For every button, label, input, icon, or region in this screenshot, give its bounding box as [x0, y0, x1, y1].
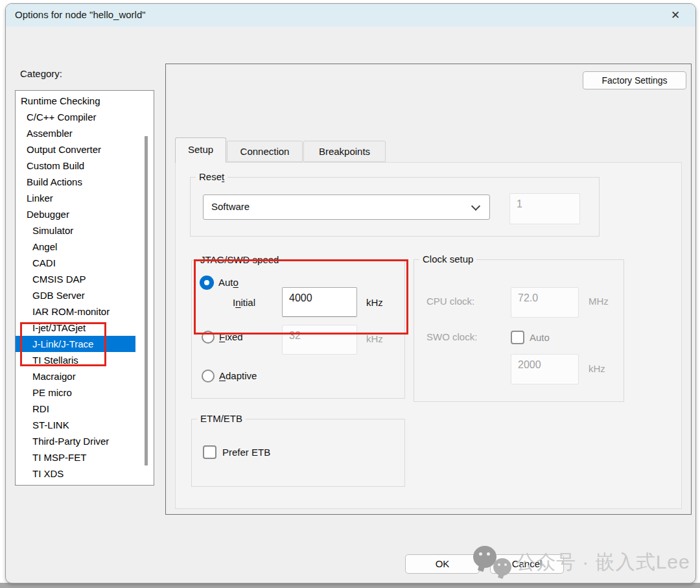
fixed-unit-label: kHz — [366, 333, 383, 344]
prefer-etb-label[interactable]: Prefer ETB — [222, 447, 270, 458]
cpu-clock-unit-label: MHz — [589, 296, 609, 307]
list-item[interactable]: ST-LINK — [16, 417, 154, 433]
swo-auto-label[interactable]: Auto — [530, 332, 550, 343]
swo-clock-field: 2000 — [511, 354, 579, 384]
cpu-clock-label: CPU clock: — [426, 296, 474, 307]
list-item[interactable]: CMSIS DAP — [16, 271, 154, 287]
list-item[interactable]: Output Converter — [16, 141, 154, 158]
factory-settings-button[interactable]: Factory Settings — [583, 71, 686, 89]
adaptive-radio-label[interactable]: Adaptive — [219, 370, 257, 381]
swo-clock-label: SWO clock: — [426, 331, 477, 342]
reset-mode-value: Software — [211, 201, 250, 212]
cpu-clock-field: 72.0 — [511, 287, 579, 318]
reset-group-title: Reset — [196, 171, 228, 182]
dialog-title: Options for node "hello_world" — [15, 9, 146, 20]
list-item[interactable]: C/C++ Compiler — [16, 109, 154, 125]
list-item[interactable]: IAR ROM-monitor — [16, 303, 154, 320]
ok-button[interactable]: OK — [405, 554, 480, 574]
cancel-button[interactable]: Cancel — [490, 554, 564, 574]
category-list[interactable]: Runtime CheckingC/C++ CompilerAssemblerO… — [15, 90, 154, 486]
auto-radio-label[interactable]: Auto — [218, 277, 239, 288]
title-bar[interactable]: Options for node "hello_world" ✕ — [6, 4, 695, 27]
initial-unit-label: kHz — [366, 297, 383, 308]
list-item[interactable]: I-jet/JTAGjet — [16, 320, 154, 336]
list-item[interactable]: RDI — [16, 401, 154, 417]
list-item[interactable]: Build Actions — [16, 174, 154, 190]
list-item[interactable]: Linker — [16, 190, 154, 206]
list-item[interactable]: Simulator — [16, 222, 154, 239]
jtag-swd-speed-title: JTAG/SWD speed — [197, 254, 282, 265]
list-item[interactable]: TI Stellaris — [16, 352, 154, 368]
list-item[interactable]: TI MSP-FET — [16, 449, 154, 465]
tab-setup[interactable]: Setup — [175, 137, 226, 163]
swo-clock-unit-label: kHz — [589, 363, 605, 374]
options-dialog: Options for node "hello_world" ✕ Categor… — [5, 3, 696, 583]
list-item[interactable]: PE micro — [16, 384, 154, 401]
chevron-down-icon — [471, 202, 480, 211]
fixed-speed-field: 32 — [282, 325, 357, 355]
category-label: Category: — [20, 68, 62, 79]
adaptive-radio[interactable] — [202, 370, 215, 382]
close-icon[interactable]: ✕ — [667, 7, 684, 24]
fixed-radio-label[interactable]: Fixed — [219, 331, 243, 342]
list-scrollbar[interactable] — [145, 136, 148, 465]
list-item[interactable]: Runtime Checking — [16, 93, 154, 109]
etm-etb-title: ETM/ETB — [197, 413, 246, 424]
reset-mode-dropdown[interactable]: Software — [203, 194, 490, 220]
prefer-etb-checkbox[interactable] — [203, 445, 216, 459]
reset-count-field: 1 — [509, 193, 580, 224]
setup-tab-page: Reset Software 1 JTAG/SWD speed Auto Ini… — [175, 162, 682, 509]
tab-breakpoints[interactable]: Breakpoints — [303, 141, 386, 162]
screenshot-stage: Options for node "hello_world" ✕ Categor… — [0, 0, 700, 588]
swo-auto-checkbox[interactable] — [511, 331, 524, 344]
auto-radio[interactable] — [200, 276, 214, 290]
initial-speed-input[interactable]: 4000 — [282, 287, 357, 317]
clock-setup-title: Clock setup — [419, 253, 476, 265]
initial-label: Initial — [233, 297, 255, 308]
list-item[interactable]: Debugger — [16, 206, 154, 222]
list-item[interactable]: Assembler — [16, 125, 154, 141]
background-window-edge — [0, 583, 700, 588]
list-item[interactable]: Angel — [16, 239, 154, 255]
list-item[interactable]: TI XDS — [16, 465, 154, 482]
list-item[interactable]: Custom Build — [16, 158, 154, 174]
tab-connection[interactable]: Connection — [227, 141, 303, 162]
settings-panel: Factory Settings Setup Connection Breakp… — [165, 64, 692, 515]
list-item[interactable]: Macraigor — [16, 368, 154, 384]
list-item[interactable]: GDB Server — [16, 287, 154, 303]
list-item[interactable]: Third-Party Driver — [16, 433, 154, 449]
list-item[interactable]: CADI — [16, 255, 154, 271]
list-item-selected[interactable]: J-Link/J-Trace — [16, 336, 135, 352]
fixed-radio[interactable] — [202, 331, 215, 344]
